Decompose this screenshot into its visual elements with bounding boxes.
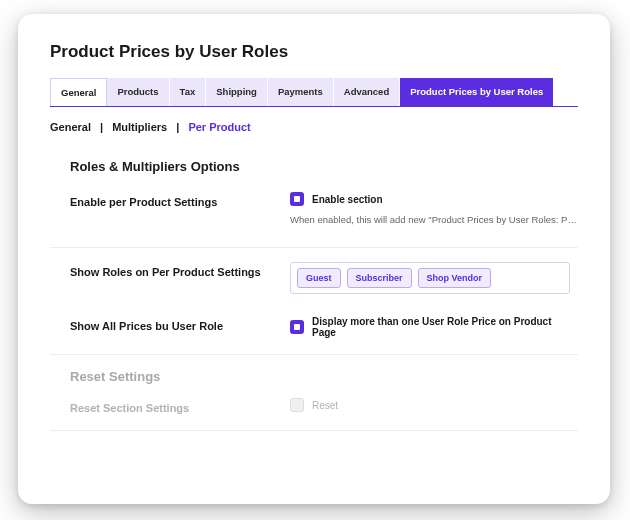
enable-section-description: When enabled, this will add new "Product… [290, 214, 580, 225]
checkbox-display-multi-prices-label: Display more than one User Role Price on… [312, 316, 578, 338]
tab-general[interactable]: General [50, 78, 107, 106]
role-tag-subscriber[interactable]: Subscriber [347, 268, 412, 288]
subnav-per-product[interactable]: Per Product [188, 121, 250, 133]
tab-products[interactable]: Products [107, 78, 169, 106]
separator: | [100, 121, 103, 133]
checkbox-enable-section[interactable] [290, 192, 304, 206]
row-show-roles: Show Roles on Per Product Settings Guest… [50, 262, 578, 310]
label-reset-section: Reset Section Settings [50, 398, 290, 414]
settings-card: Product Prices by User Roles General Pro… [18, 14, 610, 504]
subnav-multipliers[interactable]: Multipliers [112, 121, 167, 133]
roles-multipliers-heading: Roles & Multipliers Options [70, 159, 578, 174]
checkbox-reset-label: Reset [312, 400, 338, 411]
label-enable-per-product: Enable per Product Settings [50, 192, 290, 208]
reset-settings-heading: Reset Settings [70, 369, 578, 384]
row-reset-section: Reset Section Settings Reset [50, 398, 578, 431]
tab-advanced[interactable]: Advanced [334, 78, 400, 106]
subnav-general[interactable]: General [50, 121, 91, 133]
role-tag-guest[interactable]: Guest [297, 268, 341, 288]
tab-product-prices-by-user-roles[interactable]: Product Prices by User Roles [400, 78, 553, 106]
tab-tax[interactable]: Tax [170, 78, 207, 106]
row-enable-per-product: Enable per Product Settings Enable secti… [50, 192, 578, 241]
checkbox-enable-section-label: Enable section [312, 194, 383, 205]
checkbox-reset[interactable] [290, 398, 304, 412]
tab-payments[interactable]: Payments [268, 78, 334, 106]
settings-tabbar: General Products Tax Shipping Payments A… [50, 78, 578, 107]
tab-shipping[interactable]: Shipping [206, 78, 268, 106]
separator: | [176, 121, 179, 133]
role-tag-shop-vendor[interactable]: Shop Vendor [418, 268, 492, 288]
sub-navigation: General | Multipliers | Per Product [50, 121, 578, 133]
checkbox-display-multi-prices[interactable] [290, 320, 304, 334]
roles-multiselect[interactable]: Guest Subscriber Shop Vendor [290, 262, 570, 294]
page-title: Product Prices by User Roles [50, 42, 578, 62]
row-show-all-prices: Show All Prices bu User Role Display mor… [50, 316, 578, 355]
label-show-roles: Show Roles on Per Product Settings [50, 262, 290, 278]
label-show-all-prices: Show All Prices bu User Role [50, 316, 290, 332]
